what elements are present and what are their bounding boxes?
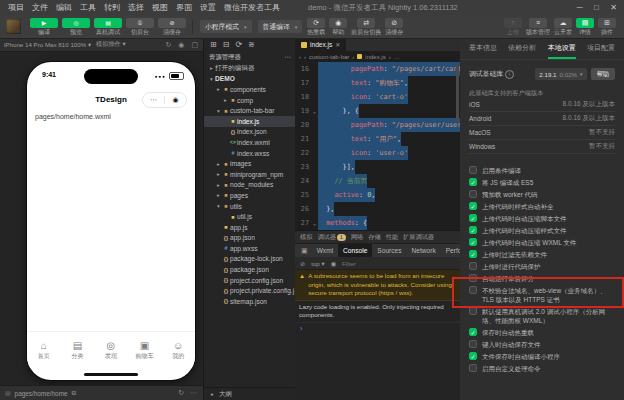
tree-item-comp[interactable]: ▸■comp xyxy=(204,95,296,106)
menu-item[interactable]: 微信开发者工具 xyxy=(220,2,284,13)
插件-icon[interactable]: ⊞ xyxy=(598,18,616,28)
tree-item-index.wxss[interactable]: #index.wxss xyxy=(204,148,296,159)
details-tab-基本信息[interactable]: 基本信息 xyxy=(469,38,497,59)
devtools-tab-Wxml[interactable]: Wxml xyxy=(312,244,338,257)
checkbox-unchecked-icon[interactable] xyxy=(469,190,477,198)
filter-input[interactable]: Filter xyxy=(342,260,356,267)
setting-option-4[interactable]: ✓上传代码时样式自动补全 xyxy=(469,202,615,211)
project-avatar[interactable] xyxy=(6,19,21,34)
checkbox-unchecked-icon[interactable] xyxy=(469,274,477,282)
详情-icon[interactable]: ▤ xyxy=(576,18,594,28)
tree-item-utils[interactable]: ▾■utils xyxy=(204,201,296,212)
checkbox-checked-icon[interactable]: ✓ xyxy=(469,178,477,186)
checkbox-checked-icon[interactable]: ✓ xyxy=(469,226,477,234)
toolbar-icon-热重载[interactable]: ⟳热重载 xyxy=(307,18,325,36)
mode-select[interactable]: 小程序模式▾ xyxy=(200,20,252,33)
setting-option-16[interactable]: 启用自定义处理命令 xyxy=(469,364,615,373)
tree-item-package-lock.json[interactable]: {}package-lock.json xyxy=(204,254,296,265)
phone-tab-分类[interactable]: ▤分类 xyxy=(61,332,95,368)
editor-scrollbar[interactable] xyxy=(456,64,459,122)
devtools-tab-Sources[interactable]: Sources xyxy=(372,244,406,257)
menu-item[interactable]: 工具 xyxy=(76,2,100,13)
toolbar-button-上传[interactable]: ↑上传 xyxy=(504,18,522,36)
checkbox-unchecked-icon[interactable] xyxy=(469,166,477,174)
outline-section[interactable]: ▸ 大纲 xyxy=(204,387,296,400)
toolbar-button-真机调试[interactable]: ▤真机调试 xyxy=(94,18,122,36)
checkbox-checked-icon[interactable]: ✓ xyxy=(469,202,477,210)
预览-button-icon[interactable]: ◎ xyxy=(62,18,90,28)
compile-mode-select[interactable]: 普通编译▾ xyxy=(258,20,303,33)
tree-item-images[interactable]: ▸■images xyxy=(204,158,296,169)
toolbar-button-云开发[interactable]: ☁云开发 xyxy=(554,18,572,36)
phone-tab-购物车[interactable]: ▣购物车 xyxy=(128,332,162,368)
debugger-tab-模拟[interactable]: 模拟 xyxy=(300,233,312,242)
checkbox-unchecked-icon[interactable] xyxy=(469,364,477,372)
new-file-icon[interactable]: ⊞ xyxy=(210,40,217,49)
phone-tab-我的[interactable]: ☺我的 xyxy=(161,332,195,368)
版本管理-icon[interactable]: ≡ xyxy=(529,18,547,28)
debugger-tab-性能[interactable]: 性能 xyxy=(386,233,398,242)
toolbar-button-清缓存[interactable]: ⊘清缓存 xyxy=(158,18,186,36)
setting-option-7[interactable]: ✓上传代码时自动压缩 WXML 文件 xyxy=(469,238,615,247)
more-icon[interactable]: ⋯ xyxy=(143,94,164,106)
debugger-tab-调试器[interactable]: 调试器1 xyxy=(317,233,346,242)
setting-option-9[interactable]: 上传时进行代码保护 xyxy=(469,262,615,271)
setting-option-11[interactable]: 不校验合法域名、web-view（业务域名）、TLS 版本以及 HTTPS 证书 xyxy=(469,286,615,304)
checkbox-checked-icon[interactable]: ✓ xyxy=(469,352,477,360)
checkbox-checked-icon[interactable]: ✓ xyxy=(469,250,477,258)
tree-item-index.json[interactable]: {}index.json xyxy=(204,127,296,138)
tree-item-project.config.json[interactable]: {}project.config.json xyxy=(204,275,296,286)
maximize-icon[interactable]: □ xyxy=(588,0,605,15)
tree-item-project.private.config.j…[interactable]: {}project.private.config.j… xyxy=(204,285,296,296)
tree-item-app.js[interactable]: ■app.js xyxy=(204,222,296,233)
toolbar-icon-清缓存[interactable]: ⊘清缓存 xyxy=(385,18,403,36)
current-page-path[interactable]: pages/home/home xyxy=(15,390,68,397)
device-select[interactable]: iPhone 14 Pro Max 810 100% ▾ xyxy=(4,41,91,48)
tree-item-miniprogram_npm[interactable]: ▸■miniprogram_npm xyxy=(204,169,296,180)
真机调试-button-icon[interactable]: ▤ xyxy=(94,18,122,28)
tree-item-package.json[interactable]: {}package.json xyxy=(204,264,296,275)
setting-option-3[interactable]: 预加载 worker 代码 xyxy=(469,190,615,199)
collapse-icon[interactable]: ≋ xyxy=(248,40,255,49)
toolbar-icon-帮助[interactable]: ◉帮助 xyxy=(329,18,347,36)
rotate-icon[interactable]: ↻ xyxy=(164,41,172,49)
debugger-tab-存储[interactable]: 存储 xyxy=(368,233,380,242)
code-area[interactable]: 16 pagePath: "/pages/cart/cart",17 text:… xyxy=(295,62,460,230)
details-tab-依赖分析[interactable]: 依赖分析 xyxy=(508,38,536,59)
tree-item-app.wxss[interactable]: #app.wxss xyxy=(204,243,296,254)
tree-item-app.json[interactable]: {}app.json xyxy=(204,233,296,244)
checkbox-checked-icon[interactable]: ✓ xyxy=(469,328,477,336)
fold-icon[interactable]: ⌄ xyxy=(311,104,318,118)
toolbar-button-编译[interactable]: ▶编译 xyxy=(30,18,58,36)
open-editors-section[interactable]: ▸打开的编辑器 xyxy=(204,63,296,74)
help-button[interactable]: 帮助 xyxy=(591,68,615,80)
close-icon[interactable]: ✕ xyxy=(335,41,340,48)
checkbox-unchecked-icon[interactable] xyxy=(469,307,477,315)
back-icon[interactable]: ‹ xyxy=(299,54,301,60)
帮助-icon[interactable]: ◉ xyxy=(329,18,347,28)
fold-icon[interactable]: ⌄ xyxy=(311,216,318,230)
menu-item[interactable]: 转到 xyxy=(100,2,124,13)
menu-item[interactable]: 界面 xyxy=(172,2,196,13)
minimize-icon[interactable]: ─ xyxy=(571,0,588,15)
清缓存-button-icon[interactable]: ⊘ xyxy=(158,18,186,28)
screenshot-icon[interactable]: ◉ xyxy=(177,41,185,49)
menu-item[interactable]: 编辑 xyxy=(52,2,76,13)
toolbar-button-预览[interactable]: ◎预览 xyxy=(62,18,90,36)
phone-tab-发现[interactable]: ◎发现 xyxy=(94,332,128,368)
toolbar-button-切后台[interactable]: ①切后台 xyxy=(126,18,154,36)
debugger-tab-扩展调试器[interactable]: 扩展调试器 xyxy=(403,233,434,242)
清缓存-icon[interactable]: ⊘ xyxy=(385,18,403,28)
前后台切换-icon[interactable]: ⇄ xyxy=(357,18,375,28)
tree-item-pages[interactable]: ▸■pages xyxy=(204,190,296,201)
checkbox-checked-icon[interactable]: ✓ xyxy=(469,238,477,246)
devtools-tab-Console[interactable]: Console xyxy=(338,244,372,257)
exit-icon[interactable]: ◉ xyxy=(165,94,186,106)
tree-item-util.js[interactable]: ■util.js xyxy=(204,211,296,222)
editor-tab-indexjs[interactable]: index.js ✕ xyxy=(295,38,346,51)
setting-option-12[interactable]: 默认使用真机调试 2.0 调试小程序（分析网络、性能面板 WXML） xyxy=(469,307,615,325)
device-toolbar-icon[interactable]: ▣ xyxy=(297,247,312,255)
tree-item-index.js[interactable]: ■index.js xyxy=(204,116,296,127)
close-icon[interactable]: ✕ xyxy=(605,0,622,15)
menu-item[interactable]: 文件 xyxy=(28,2,52,13)
